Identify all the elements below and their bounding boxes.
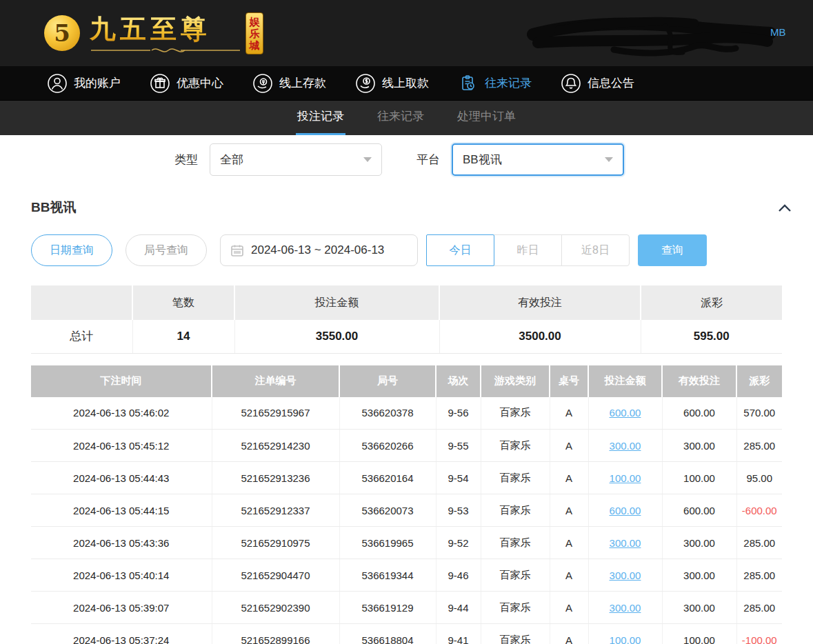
records-table: 下注时间 注单编号 局号 场次 游戏类别 桌号 投注金额 有效投注 派彩 202… xyxy=(31,365,782,644)
main-nav: 我的账户 优惠中心 线上存款 xyxy=(0,66,813,101)
round-cell: 536619965 xyxy=(339,527,436,559)
query-controls: 日期查询 局号查询 2024-06-13 ~ 2024-06-13 今日 昨日 … xyxy=(31,234,813,266)
bet-amount-cell: 300.00 xyxy=(588,559,662,592)
date-range-input[interactable]: 2024-06-13 ~ 2024-06-13 xyxy=(220,234,418,266)
withdraw-hand-coin-icon xyxy=(355,73,376,94)
valid-bet-cell: 300.00 xyxy=(662,430,736,462)
brand-logo[interactable]: 5 九五至尊 娱 乐 城 xyxy=(44,12,263,55)
valid-bet-cell: 100.00 xyxy=(662,624,736,644)
bet-amount-cell: 100.00 xyxy=(588,624,662,644)
brand-name: 九五至尊 xyxy=(90,12,241,47)
table-row: 2024-06-13 05:44:15 521652912337 5366200… xyxy=(31,494,782,527)
valid-bet-cell: 600.00 xyxy=(662,397,736,430)
collapse-section-button[interactable] xyxy=(777,203,792,212)
section-head: BB视讯 xyxy=(31,199,792,217)
round-cell: 536620266 xyxy=(339,430,436,462)
deposit-hand-coin-icon xyxy=(252,73,273,94)
bet-id-cell: 521652904470 xyxy=(212,559,339,592)
bet-amount-cell: 300.00 xyxy=(588,527,662,559)
col-header-valid-bet: 有效投注 xyxy=(662,365,736,397)
summary-total-valid-bet: 3500.00 xyxy=(439,320,641,353)
table-no-cell: A xyxy=(550,494,588,527)
payout-cell: 95.00 xyxy=(736,462,782,494)
table-no-cell: A xyxy=(550,559,588,592)
bet-amount-link[interactable]: 300.00 xyxy=(610,570,641,581)
tab-processing-orders[interactable]: 处理中订单 xyxy=(456,108,517,135)
gift-icon xyxy=(150,73,170,94)
table-no-cell: A xyxy=(550,462,588,494)
date-query-mode-button[interactable]: 日期查询 xyxy=(31,234,112,266)
chevron-down-icon xyxy=(605,157,613,162)
bet-amount-link[interactable]: 300.00 xyxy=(610,602,641,614)
summary-table: 笔数 投注金额 有效投注 派彩 总计 14 3550.00 3500.00 59… xyxy=(31,285,782,354)
tab-bet-records[interactable]: 投注记录 xyxy=(296,108,345,135)
table-no-cell: A xyxy=(550,430,588,462)
type-filter-label: 类型 xyxy=(174,152,198,168)
platform-filter-label: 平台 xyxy=(416,152,440,168)
platform-select[interactable]: BB视讯 xyxy=(452,143,624,176)
bet-time-cell: 2024-06-13 05:44:43 xyxy=(31,462,212,494)
summary-header-count: 笔数 xyxy=(132,285,234,320)
tab-transaction-records[interactable]: 往来记录 xyxy=(376,108,425,135)
summary-header-row: 笔数 投注金额 有效投注 派彩 xyxy=(31,285,782,320)
col-header-session: 场次 xyxy=(436,365,481,397)
bet-amount-link[interactable]: 100.00 xyxy=(610,634,641,644)
table-no-cell: A xyxy=(550,397,588,430)
nav-item-announcements[interactable]: 信息公告 xyxy=(561,73,634,94)
session-cell: 9-53 xyxy=(436,494,481,527)
yesterday-button[interactable]: 昨日 xyxy=(494,234,562,266)
game-type-cell: 百家乐 xyxy=(481,462,550,494)
round-query-mode-button[interactable]: 局号查询 xyxy=(126,234,207,266)
bet-amount-link[interactable]: 600.00 xyxy=(610,407,641,419)
col-header-payout: 派彩 xyxy=(736,365,782,397)
bet-time-cell: 2024-06-13 05:46:02 xyxy=(31,397,212,430)
summary-header-payout: 派彩 xyxy=(641,285,782,320)
payout-cell: 285.00 xyxy=(736,430,782,462)
payout-cell: 570.00 xyxy=(736,397,782,430)
round-cell: 536620378 xyxy=(339,397,436,430)
bet-amount-link[interactable]: 300.00 xyxy=(610,440,641,452)
section-title: BB视讯 xyxy=(31,199,76,217)
session-cell: 9-54 xyxy=(436,462,481,494)
brand-emblem-icon: 5 xyxy=(44,15,80,51)
type-select[interactable]: 全部 xyxy=(210,143,382,176)
nav-label: 线上存款 xyxy=(279,75,326,91)
table-no-cell: A xyxy=(550,592,588,624)
payout-cell: 285.00 xyxy=(736,559,782,592)
round-cell: 536619344 xyxy=(339,559,436,592)
summary-total-bet-amount: 3550.00 xyxy=(234,320,439,353)
session-cell: 9-52 xyxy=(436,527,481,559)
bet-id-cell: 521652914230 xyxy=(212,430,339,462)
nav-item-records[interactable]: 往来记录 xyxy=(458,73,532,94)
chevron-up-icon xyxy=(777,203,792,212)
game-type-cell: 百家乐 xyxy=(481,397,550,430)
round-cell: 536620164 xyxy=(339,462,436,494)
nav-label: 线上取款 xyxy=(382,75,429,91)
nav-item-deposit[interactable]: 线上存款 xyxy=(252,73,326,94)
bet-time-cell: 2024-06-13 05:40:14 xyxy=(31,559,212,592)
filter-row: 类型 全部 平台 BB视讯 xyxy=(0,135,813,176)
session-cell: 9-55 xyxy=(436,430,481,462)
bet-amount-link[interactable]: 300.00 xyxy=(610,537,641,549)
nav-label: 优惠中心 xyxy=(177,75,223,91)
col-header-bet-amount: 投注金额 xyxy=(588,365,662,397)
nav-item-promotions[interactable]: 优惠中心 xyxy=(150,73,223,94)
table-row: 2024-06-13 05:44:43 521652913236 5366201… xyxy=(31,462,782,494)
records-header-row: 下注时间 注单编号 局号 场次 游戏类别 桌号 投注金额 有效投注 派彩 xyxy=(31,365,782,397)
round-cell: 536620073 xyxy=(339,494,436,527)
table-row: 2024-06-13 05:46:02 521652915967 5366203… xyxy=(31,397,782,430)
bet-id-cell: 521652915967 xyxy=(212,397,339,430)
bet-amount-link[interactable]: 600.00 xyxy=(610,505,641,516)
round-cell: 536619129 xyxy=(339,592,436,624)
table-row: 2024-06-13 05:39:07 521652902390 5366191… xyxy=(31,592,782,624)
bet-time-cell: 2024-06-13 05:44:15 xyxy=(31,494,212,527)
bet-amount-link[interactable]: 100.00 xyxy=(610,472,641,484)
search-button[interactable]: 查询 xyxy=(638,234,707,266)
summary-header-blank xyxy=(31,285,132,320)
nav-item-withdraw[interactable]: 线上取款 xyxy=(355,73,429,94)
last-8-days-button[interactable]: 近8日 xyxy=(561,234,630,266)
nav-item-my-account[interactable]: 我的账户 xyxy=(47,73,121,94)
today-button[interactable]: 今日 xyxy=(426,234,494,266)
payout-cell: -600.00 xyxy=(736,494,782,527)
table-row: 2024-06-13 05:43:36 521652910975 5366199… xyxy=(31,527,782,559)
